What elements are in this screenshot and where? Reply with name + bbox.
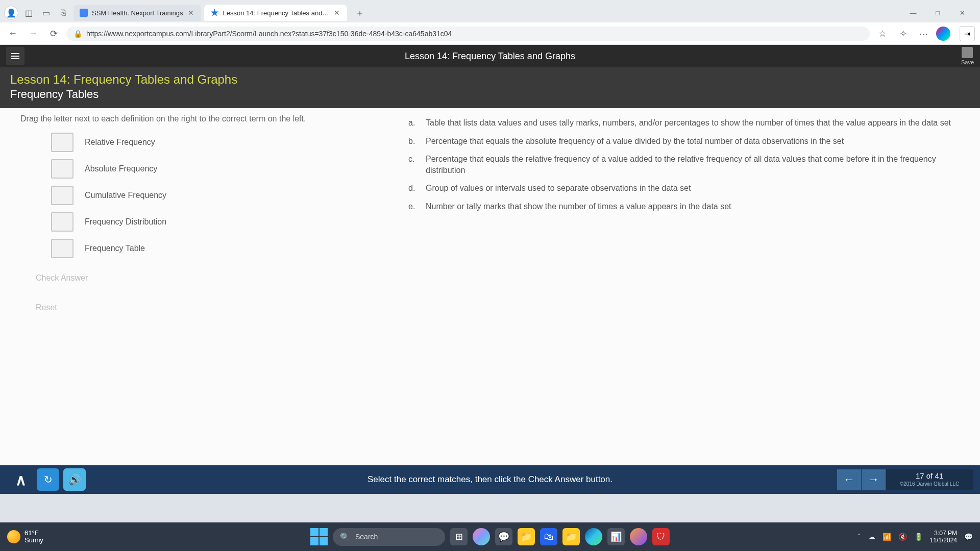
- favicon-icon: [210, 9, 218, 17]
- wifi-icon[interactable]: 📶: [883, 533, 891, 541]
- drop-target[interactable]: [51, 212, 74, 232]
- term-row: Frequency Distribution: [20, 212, 378, 232]
- term-label: Relative Frequency: [85, 138, 155, 147]
- weather-condition: Sunny: [24, 537, 43, 544]
- menu-button[interactable]: [6, 47, 24, 65]
- drop-target[interactable]: [51, 133, 74, 152]
- copyright-text: ©2016 Darwin Global LLC: [894, 481, 965, 487]
- tab-lesson-14[interactable]: Lesson 14: Frequency Tables and G ✕: [204, 5, 347, 21]
- vertical-tabs-icon[interactable]: ⎘: [56, 6, 70, 20]
- system-tray: ˄ ☁ 📶 🔇 🔋 3:07 PM 11/1/2024 💬: [857, 530, 973, 544]
- tab-close-icon[interactable]: ✕: [187, 9, 195, 17]
- definition-row[interactable]: b. Percentage that equals the absolute f…: [408, 136, 960, 147]
- weather-temp: 61°F: [24, 530, 43, 537]
- term-label: Frequency Table: [85, 244, 145, 253]
- lesson-title: Lesson 14: Frequency Tables and Graphs: [10, 72, 970, 87]
- app-icon[interactable]: 📊: [607, 528, 625, 545]
- drop-target[interactable]: [51, 186, 74, 205]
- window-controls: ― □ ✕: [905, 9, 976, 17]
- audio-button[interactable]: 🔊: [63, 468, 86, 491]
- refresh-button[interactable]: ⟳: [46, 26, 61, 41]
- terms-column: Drag the letter next to each definition …: [20, 114, 378, 459]
- tab-title: Lesson 14: Frequency Tables and G: [223, 9, 329, 17]
- drop-target[interactable]: [51, 159, 74, 179]
- replay-button[interactable]: ↻: [37, 468, 59, 491]
- copilot-icon[interactable]: [936, 27, 950, 41]
- reset-button[interactable]: Reset: [20, 303, 378, 312]
- lesson-subtitle: Frequency Tables: [10, 88, 970, 101]
- term-row: Absolute Frequency: [20, 159, 378, 179]
- prev-page-button[interactable]: ←: [837, 469, 862, 490]
- volume-icon[interactable]: 🔇: [898, 533, 907, 541]
- tab-ssm-health[interactable]: SSM Health. Nexport Trainings ✕: [74, 5, 201, 21]
- clock[interactable]: 3:07 PM 11/1/2024: [930, 530, 957, 544]
- search-icon: 🔍: [340, 532, 350, 542]
- term-row: Frequency Table: [20, 239, 378, 258]
- collections-button[interactable]: ✧: [895, 26, 911, 41]
- back-button[interactable]: ←: [5, 26, 20, 41]
- tab-actions-icon[interactable]: ▭: [39, 6, 53, 20]
- exit-fullscreen-button[interactable]: ⇥: [960, 26, 975, 41]
- battery-icon[interactable]: 🔋: [914, 533, 923, 541]
- save-icon: [962, 47, 973, 58]
- store-icon[interactable]: 🛍: [540, 528, 557, 545]
- definition-row[interactable]: c. Percentage that equals the relative f…: [408, 154, 960, 176]
- url-text: https://www.nexportcampus.com/LibraryPar…: [86, 30, 452, 38]
- windows-taskbar: 61°F Sunny 🔍 Search ⊞ 💬 📁 🛍 📁 📊 🛡 ˄ ☁ 📶 …: [0, 522, 980, 551]
- folder-icon[interactable]: 📁: [562, 528, 580, 545]
- definition-text: Percentage that equals the relative freq…: [426, 154, 960, 176]
- time-text: 3:07 PM: [930, 530, 957, 537]
- term-row: Relative Frequency: [20, 133, 378, 152]
- save-label: Save: [961, 59, 974, 65]
- page-indicator: 17 of 41: [894, 471, 965, 480]
- copilot-taskbar-icon[interactable]: [473, 528, 490, 545]
- minimize-button[interactable]: ―: [905, 9, 921, 17]
- forward-button[interactable]: →: [26, 26, 41, 41]
- check-answer-button[interactable]: Check Answer: [20, 273, 378, 283]
- security-icon[interactable]: 🛡: [652, 528, 670, 545]
- tab-title: SSM Health. Nexport Trainings: [92, 9, 183, 17]
- notifications-icon[interactable]: 💬: [964, 533, 973, 541]
- term-label: Frequency Distribution: [85, 217, 166, 227]
- save-button[interactable]: Save: [961, 47, 974, 65]
- definition-letter: c.: [408, 154, 419, 176]
- more-button[interactable]: ⋯: [916, 26, 931, 41]
- new-tab-button[interactable]: ＋: [350, 5, 370, 21]
- app-icon[interactable]: [630, 528, 647, 545]
- definitions-column: a. Table that lists data values and uses…: [408, 114, 960, 459]
- taskbar-search[interactable]: 🔍 Search: [333, 528, 445, 546]
- address-bar[interactable]: 🔒 https://www.nexportcampus.com/LibraryP…: [66, 27, 870, 41]
- favorite-button[interactable]: ☆: [875, 26, 890, 41]
- tab-close-icon[interactable]: ✕: [333, 9, 341, 17]
- lesson-footer: ∧ ↻ 🔊 Select the correct matches, then c…: [0, 465, 980, 494]
- collapse-button[interactable]: ∧: [7, 471, 35, 489]
- start-button[interactable]: [310, 528, 328, 545]
- workspaces-icon[interactable]: ◫: [21, 6, 36, 20]
- profile-button[interactable]: 👤: [4, 6, 18, 20]
- drop-target[interactable]: [51, 239, 74, 258]
- next-page-button[interactable]: →: [862, 469, 886, 490]
- edge-icon[interactable]: [585, 528, 602, 545]
- search-placeholder: Search: [355, 533, 378, 541]
- close-window-button[interactable]: ✕: [954, 9, 970, 17]
- definition-letter: d.: [408, 183, 419, 194]
- task-view-button[interactable]: ⊞: [450, 528, 468, 545]
- definition-letter: b.: [408, 136, 419, 147]
- onedrive-icon[interactable]: ☁: [868, 533, 875, 541]
- course-title: Lesson 14: Frequency Tables and Graphs: [405, 51, 575, 62]
- term-label: Cumulative Frequency: [85, 191, 166, 200]
- tab-strip: 👤 ◫ ▭ ⎘ SSM Health. Nexport Trainings ✕ …: [0, 0, 980, 22]
- maximize-button[interactable]: □: [930, 9, 945, 17]
- definition-row[interactable]: e. Number or tally marks that show the n…: [408, 201, 960, 212]
- course-topbar: Lesson 14: Frequency Tables and Graphs S…: [0, 45, 980, 67]
- weather-widget[interactable]: 61°F Sunny: [7, 530, 43, 544]
- page-nav: ← → 17 of 41 ©2016 Darwin Global LLC: [837, 469, 973, 490]
- definition-row[interactable]: d. Group of values or intervals used to …: [408, 183, 960, 194]
- file-explorer-icon[interactable]: 📁: [518, 528, 535, 545]
- chevron-up-icon[interactable]: ˄: [857, 533, 861, 541]
- sun-icon: [7, 530, 20, 543]
- app-icon[interactable]: 💬: [495, 528, 512, 545]
- definition-row[interactable]: a. Table that lists data values and uses…: [408, 117, 960, 129]
- footer-instruction: Select the correct matches, then click t…: [368, 474, 612, 485]
- definition-letter: a.: [408, 117, 419, 129]
